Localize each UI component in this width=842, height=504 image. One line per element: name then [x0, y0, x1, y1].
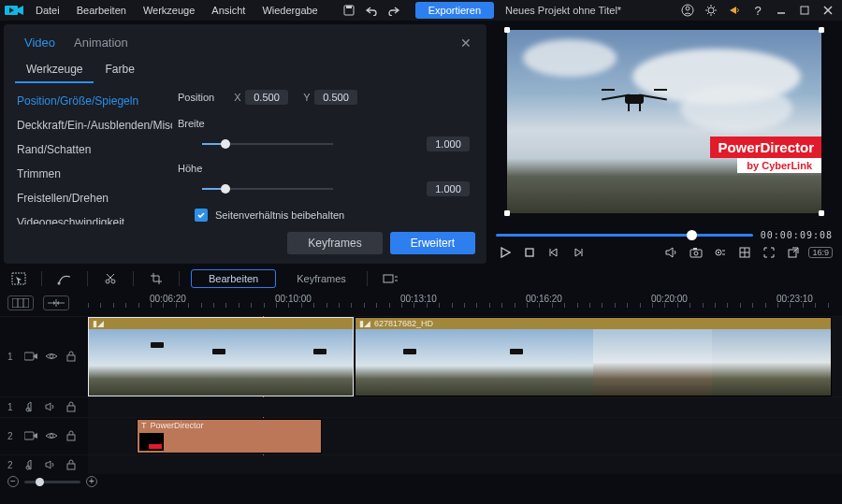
- zoom-bar: − +: [0, 474, 842, 489]
- side-border[interactable]: Rand/Schatten: [4, 137, 172, 162]
- app-logo: [4, 1, 26, 20]
- input-pos-x[interactable]: 0.500: [245, 90, 288, 105]
- menu-ansicht[interactable]: Ansicht: [204, 2, 253, 19]
- clip-1[interactable]: ▮◢: [88, 317, 354, 396]
- checkbox-aspect[interactable]: [195, 209, 208, 222]
- preview-viewport[interactable]: PowerDirector by CyberLink: [490, 24, 838, 228]
- side-trim[interactable]: Trimmen: [4, 162, 172, 186]
- side-opacity[interactable]: Deckkraft/Ein-/Ausblenden/Mischen: [4, 113, 172, 137]
- track-num-2a: 2: [7, 460, 17, 470]
- maximize-icon[interactable]: [794, 1, 815, 20]
- side-list: Position/Größe/Spiegeln Deckkraft/Ein-/A…: [4, 83, 172, 224]
- time-ruler[interactable]: 00:06:20 00:10:00 00:13:10 00:16:20 00:2…: [88, 290, 842, 316]
- stop-icon[interactable]: [520, 243, 539, 262]
- audio-track-icon[interactable]: [24, 459, 37, 472]
- subtab-werkzeuge[interactable]: Werkzeuge: [15, 57, 94, 83]
- panel-close-icon[interactable]: ✕: [457, 34, 475, 52]
- tab-video[interactable]: Video: [15, 32, 65, 53]
- svg-point-12: [694, 252, 698, 255]
- redo-icon[interactable]: [384, 1, 404, 20]
- side-crop[interactable]: Freistellen/Drehen: [4, 186, 172, 210]
- svg-point-32: [50, 354, 53, 358]
- label-y: Y: [299, 92, 314, 103]
- menu-datei[interactable]: Datei: [28, 2, 67, 19]
- mute-icon[interactable]: [45, 459, 58, 472]
- svg-rect-33: [67, 355, 75, 361]
- visibility-icon[interactable]: [45, 351, 58, 364]
- help-icon[interactable]: ?: [748, 1, 768, 20]
- video-track-icon[interactable]: [24, 351, 37, 364]
- label-hoehe: Höhe: [178, 163, 230, 174]
- preview-scrubber[interactable]: 00:00:09:08: [490, 228, 838, 241]
- cut-tool-icon[interactable]: [99, 269, 122, 288]
- svg-rect-7: [801, 7, 808, 14]
- close-icon[interactable]: [818, 1, 838, 20]
- preview-timecode: 00:00:09:08: [761, 230, 833, 240]
- edit-pill[interactable]: Bearbeiten: [191, 269, 276, 288]
- next-frame-icon[interactable]: [569, 243, 588, 262]
- save-icon[interactable]: [339, 1, 359, 20]
- settings-icon[interactable]: [701, 1, 721, 20]
- select-tool-icon[interactable]: [7, 269, 30, 288]
- keyframes-button[interactable]: Keyframes: [287, 232, 382, 254]
- slider-height[interactable]: [202, 182, 333, 195]
- export-button[interactable]: Exportieren: [415, 2, 494, 19]
- audio-track-icon[interactable]: [24, 401, 37, 414]
- svg-rect-35: [67, 406, 75, 411]
- input-pos-y[interactable]: 0.500: [314, 90, 357, 105]
- fullscreen-icon[interactable]: [760, 243, 778, 262]
- side-position[interactable]: Position/Größe/Spiegeln: [4, 89, 172, 113]
- crop-tool-icon[interactable]: [145, 269, 167, 288]
- menu-bearbeiten[interactable]: Bearbeiten: [69, 2, 134, 19]
- slider-width[interactable]: [202, 137, 333, 151]
- menu-werkzeuge[interactable]: Werkzeuge: [136, 2, 202, 19]
- erweitert-button[interactable]: Erweitert: [390, 232, 475, 254]
- zoom-out-icon[interactable]: −: [7, 476, 19, 487]
- title-clip[interactable]: TPowerDirector: [137, 419, 322, 454]
- project-title: Neues Projekt ohne Titel*: [505, 5, 621, 16]
- svg-point-15: [718, 252, 719, 253]
- volume-icon[interactable]: [662, 243, 681, 262]
- svg-point-37: [50, 434, 53, 438]
- pen-tool-icon[interactable]: [53, 269, 76, 288]
- minimize-icon[interactable]: [771, 1, 791, 20]
- clip-2[interactable]: ▮◢627817682_HD: [355, 317, 832, 396]
- more-tool-icon[interactable]: [379, 269, 401, 288]
- play-icon[interactable]: [496, 243, 515, 262]
- side-speed[interactable]: Videogeschwindigkeit: [4, 210, 172, 224]
- popout-icon[interactable]: [784, 243, 803, 262]
- zoom-in-icon[interactable]: +: [86, 476, 97, 487]
- input-height[interactable]: 1.000: [427, 181, 470, 196]
- track-num-1a: 1: [7, 402, 17, 412]
- label-aspect: Seitenverhältnis beibehalten: [215, 209, 344, 221]
- drone-graphic: [602, 85, 667, 113]
- keyframes-pill[interactable]: Keyframes: [287, 270, 356, 287]
- aspect-button[interactable]: 16:9: [808, 247, 833, 258]
- track-num-1: 1: [7, 352, 17, 362]
- snapshot-icon[interactable]: [687, 243, 705, 262]
- snap-icon[interactable]: [43, 295, 69, 310]
- cyberlink-badge: by CyberLink: [737, 158, 821, 173]
- grid-icon[interactable]: [735, 243, 754, 262]
- zoom-slider[interactable]: [24, 481, 80, 483]
- timeline-view-icon[interactable]: [7, 295, 34, 310]
- input-width[interactable]: 1.000: [427, 137, 470, 151]
- svg-rect-36: [24, 432, 34, 439]
- menu-wiedergabe[interactable]: Wiedergabe: [254, 2, 325, 19]
- subtab-farbe[interactable]: Farbe: [94, 57, 145, 83]
- menubar: Datei Bearbeiten Werkzeuge Ansicht Wiede…: [0, 0, 842, 21]
- mute-icon[interactable]: [45, 401, 58, 414]
- account-icon[interactable]: [677, 1, 698, 20]
- quality-icon[interactable]: [711, 243, 730, 262]
- undo-icon[interactable]: [361, 1, 382, 20]
- tab-animation[interactable]: Animation: [65, 32, 138, 53]
- prev-frame-icon[interactable]: [544, 243, 563, 262]
- visibility-icon[interactable]: [45, 430, 58, 443]
- lock-icon[interactable]: [65, 459, 79, 472]
- video-track-icon[interactable]: [24, 430, 37, 443]
- lock-icon[interactable]: [65, 401, 79, 414]
- notify-icon[interactable]: [724, 1, 745, 20]
- lock-icon[interactable]: [65, 351, 79, 364]
- lock-icon[interactable]: [65, 430, 79, 443]
- label-x: X: [230, 92, 245, 103]
